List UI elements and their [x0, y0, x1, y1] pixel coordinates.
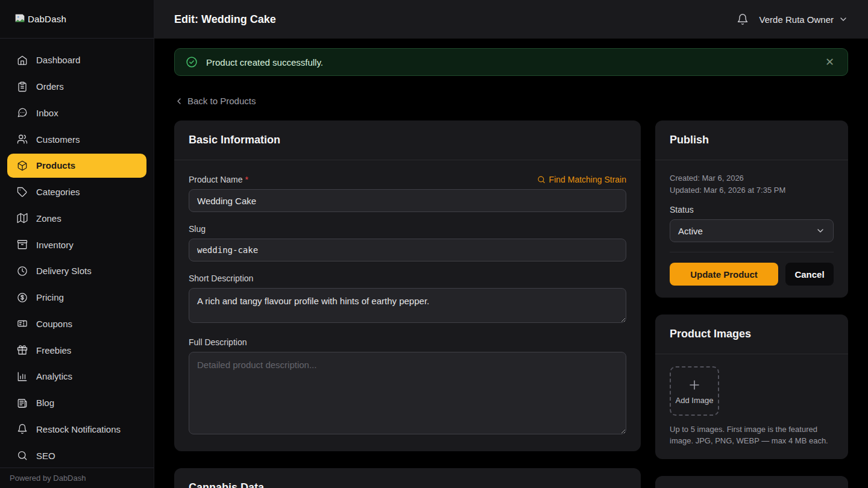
- card-title: Cannabis Data: [189, 481, 626, 488]
- slug-field-group: Slug: [189, 224, 626, 261]
- sidebar-item-categories[interactable]: Categories: [7, 180, 146, 204]
- add-image-label: Add Image: [676, 396, 714, 405]
- app: DabDash Dashboard Orders Inbox Customers: [0, 0, 868, 488]
- sidebar-item-restock-notifications[interactable]: Restock Notifications: [7, 418, 146, 442]
- back-link-label: Back to Products: [187, 96, 256, 106]
- back-to-products-link[interactable]: Back to Products: [174, 96, 256, 106]
- sidebar-item-orders[interactable]: Orders: [7, 75, 146, 99]
- sidebar-item-blog[interactable]: Blog: [7, 391, 146, 415]
- short-description-label: Short Description: [189, 274, 253, 283]
- home-icon: [17, 55, 28, 66]
- newspaper-icon: [17, 398, 28, 408]
- content: Product created successfully. ✕ Back to …: [154, 39, 868, 488]
- sidebar-item-label: Products: [36, 160, 75, 170]
- full-description-field-group: Full Description: [189, 337, 626, 437]
- sidebar-item-freebies[interactable]: Freebies: [7, 338, 146, 362]
- card-body: Product Name* Find Matching Strain: [174, 160, 641, 451]
- sidebar-item-inbox[interactable]: Inbox: [7, 101, 146, 125]
- map-icon: [17, 213, 28, 224]
- sidebar-footer: Powered by DabDash: [0, 468, 154, 488]
- tag-icon: [17, 187, 28, 198]
- sidebar-nav: Dashboard Orders Inbox Customers Product…: [0, 39, 154, 468]
- sidebar-item-inventory[interactable]: Inventory: [7, 233, 146, 257]
- sidebar: DabDash Dashboard Orders Inbox Customers: [0, 0, 154, 488]
- sidebar-item-dashboard[interactable]: Dashboard: [7, 48, 146, 72]
- search-icon: [537, 175, 546, 184]
- users-icon: [17, 134, 28, 145]
- clipboard-icon: [17, 81, 28, 92]
- product-name-input[interactable]: [189, 189, 626, 212]
- full-description-textarea[interactable]: [189, 352, 626, 434]
- status-label: Status: [670, 205, 834, 214]
- sidebar-item-seo[interactable]: SEO: [7, 443, 146, 468]
- form-columns: Basic Information Product Name*: [174, 120, 848, 488]
- strain-link-label: Find Matching Strain: [549, 175, 626, 184]
- clock-icon: [17, 266, 28, 277]
- image-upload-help-text: Up to 5 images. First image is the featu…: [670, 424, 834, 447]
- search-icon: [17, 450, 28, 461]
- page-title: Edit: Wedding Cake: [174, 13, 276, 26]
- sidebar-item-label: Customers: [36, 134, 80, 145]
- sidebar-item-label: Dashboard: [36, 55, 80, 65]
- gift-icon: [17, 345, 28, 355]
- left-column: Basic Information Product Name*: [174, 120, 641, 488]
- card-header: Cannabis Data: [174, 468, 641, 488]
- bar-chart-icon: [17, 371, 28, 382]
- right-column: Publish Created: Mar 6, 2026 Updated: Ma…: [655, 120, 848, 488]
- status-value: Active: [678, 226, 703, 236]
- find-matching-strain-link[interactable]: Find Matching Strain: [537, 175, 626, 184]
- card-body: Created: Mar 6, 2026 Updated: Mar 6, 202…: [655, 160, 848, 298]
- check-circle-icon: [186, 56, 198, 68]
- sidebar-item-label: Blog: [36, 398, 54, 408]
- sidebar-item-analytics[interactable]: Analytics: [7, 364, 146, 389]
- product-images-card: Product Images Add Image Up to 5 images.…: [655, 314, 848, 459]
- sidebar-item-pricing[interactable]: Pricing: [7, 286, 146, 310]
- dollar-circle-icon: [17, 292, 28, 303]
- sidebar-item-products[interactable]: Products: [7, 154, 146, 178]
- chevron-down-icon: [816, 226, 825, 236]
- main-area: Edit: Wedding Cake Verde Ruta Owner Prod…: [154, 0, 868, 488]
- card-header: Publish: [655, 120, 848, 160]
- card-body: Add Image Up to 5 images. First image is…: [655, 354, 848, 459]
- card-title: Basic Information: [189, 134, 626, 146]
- created-date: Created: Mar 6, 2026: [670, 172, 834, 184]
- publish-card: Publish Created: Mar 6, 2026 Updated: Ma…: [655, 120, 848, 298]
- plus-icon: [687, 378, 702, 392]
- sidebar-item-label: Restock Notifications: [36, 424, 121, 434]
- close-icon[interactable]: ✕: [823, 54, 837, 70]
- publish-actions: Update Product Cancel: [670, 252, 834, 286]
- user-menu[interactable]: Verde Ruta Owner: [760, 14, 848, 25]
- product-name-label: Product Name*: [189, 175, 248, 184]
- slug-input[interactable]: [189, 239, 626, 261]
- success-alert: Product created successfully. ✕: [174, 48, 848, 76]
- chat-bubble-icon: [17, 107, 28, 118]
- required-asterisk: *: [245, 175, 248, 184]
- card-title: Publish: [670, 134, 834, 146]
- sidebar-item-delivery-slots[interactable]: Delivery Slots: [7, 259, 146, 283]
- topbar: Edit: Wedding Cake Verde Ruta Owner: [154, 0, 868, 39]
- sidebar-item-customers[interactable]: Customers: [7, 127, 146, 151]
- update-product-button[interactable]: Update Product: [670, 263, 778, 286]
- card-header: Product Images: [655, 314, 848, 354]
- basic-information-card: Basic Information Product Name*: [174, 120, 641, 451]
- sidebar-item-zones[interactable]: Zones: [7, 207, 146, 231]
- sidebar-item-coupons[interactable]: Coupons: [7, 312, 146, 336]
- cube-icon: [17, 160, 28, 171]
- logo-text: DabDash: [28, 14, 66, 24]
- add-image-button[interactable]: Add Image: [670, 366, 719, 416]
- topbar-right: Verde Ruta Owner: [735, 12, 848, 27]
- full-description-label: Full Description: [189, 337, 247, 347]
- sidebar-item-label: Delivery Slots: [36, 266, 92, 276]
- short-description-textarea[interactable]: A rich and tangy flavour profile with hi…: [189, 288, 626, 323]
- chevron-left-icon: [174, 96, 184, 106]
- cancel-button[interactable]: Cancel: [785, 263, 834, 286]
- status-select[interactable]: Active: [670, 219, 834, 242]
- notifications-bell-button[interactable]: [735, 12, 750, 27]
- product-name-field-group: Product Name* Find Matching Strain: [189, 175, 626, 212]
- broken-image-icon: [13, 13, 27, 26]
- sidebar-item-label: Zones: [36, 213, 61, 224]
- short-description-field-group: Short Description A rich and tangy flavo…: [189, 274, 626, 325]
- sidebar-item-label: Inbox: [36, 108, 58, 118]
- updated-date: Updated: Mar 6, 2026 at 7:35 PM: [670, 184, 834, 196]
- sidebar-item-label: Analytics: [36, 371, 72, 381]
